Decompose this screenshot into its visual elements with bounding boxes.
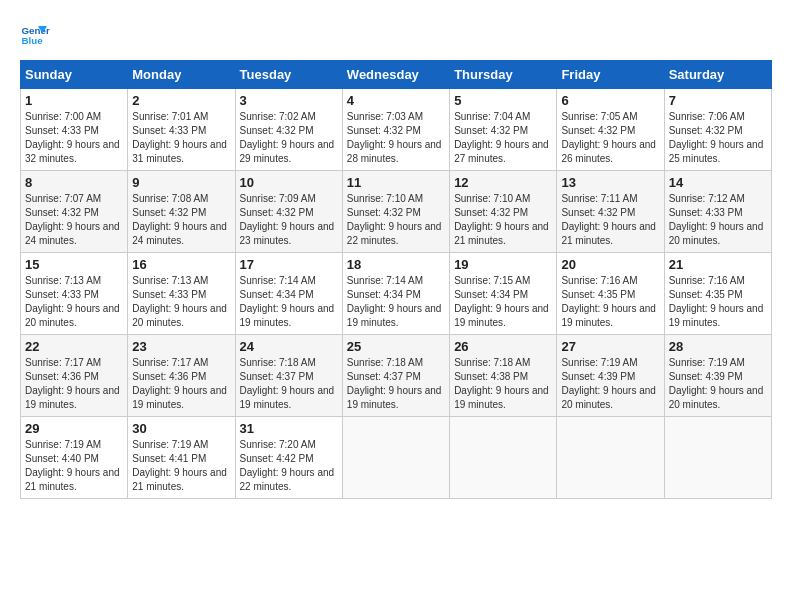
day-info: Sunrise: 7:19 AMSunset: 4:39 PMDaylight:…	[561, 356, 659, 412]
calendar-cell: 6Sunrise: 7:05 AMSunset: 4:32 PMDaylight…	[557, 89, 664, 171]
calendar-cell: 30Sunrise: 7:19 AMSunset: 4:41 PMDayligh…	[128, 417, 235, 499]
day-number: 2	[132, 93, 230, 108]
day-info: Sunrise: 7:07 AMSunset: 4:32 PMDaylight:…	[25, 192, 123, 248]
day-number: 12	[454, 175, 552, 190]
day-info: Sunrise: 7:18 AMSunset: 4:37 PMDaylight:…	[240, 356, 338, 412]
day-info: Sunrise: 7:10 AMSunset: 4:32 PMDaylight:…	[347, 192, 445, 248]
day-info: Sunrise: 7:19 AMSunset: 4:40 PMDaylight:…	[25, 438, 123, 494]
day-info: Sunrise: 7:09 AMSunset: 4:32 PMDaylight:…	[240, 192, 338, 248]
logo-icon: General Blue	[20, 20, 50, 50]
day-number: 21	[669, 257, 767, 272]
svg-text:Blue: Blue	[22, 35, 44, 46]
day-number: 24	[240, 339, 338, 354]
calendar-body: 1Sunrise: 7:00 AMSunset: 4:33 PMDaylight…	[21, 89, 772, 499]
calendar-cell: 4Sunrise: 7:03 AMSunset: 4:32 PMDaylight…	[342, 89, 449, 171]
calendar-cell: 9Sunrise: 7:08 AMSunset: 4:32 PMDaylight…	[128, 171, 235, 253]
day-info: Sunrise: 7:02 AMSunset: 4:32 PMDaylight:…	[240, 110, 338, 166]
day-info: Sunrise: 7:05 AMSunset: 4:32 PMDaylight:…	[561, 110, 659, 166]
day-info: Sunrise: 7:17 AMSunset: 4:36 PMDaylight:…	[132, 356, 230, 412]
day-number: 11	[347, 175, 445, 190]
day-number: 26	[454, 339, 552, 354]
logo: General Blue	[20, 20, 50, 50]
calendar-cell	[664, 417, 771, 499]
calendar-cell: 21Sunrise: 7:16 AMSunset: 4:35 PMDayligh…	[664, 253, 771, 335]
day-info: Sunrise: 7:03 AMSunset: 4:32 PMDaylight:…	[347, 110, 445, 166]
day-info: Sunrise: 7:15 AMSunset: 4:34 PMDaylight:…	[454, 274, 552, 330]
day-number: 4	[347, 93, 445, 108]
day-info: Sunrise: 7:04 AMSunset: 4:32 PMDaylight:…	[454, 110, 552, 166]
calendar-cell: 25Sunrise: 7:18 AMSunset: 4:37 PMDayligh…	[342, 335, 449, 417]
calendar-cell: 29Sunrise: 7:19 AMSunset: 4:40 PMDayligh…	[21, 417, 128, 499]
calendar-cell: 16Sunrise: 7:13 AMSunset: 4:33 PMDayligh…	[128, 253, 235, 335]
calendar-cell: 3Sunrise: 7:02 AMSunset: 4:32 PMDaylight…	[235, 89, 342, 171]
day-info: Sunrise: 7:13 AMSunset: 4:33 PMDaylight:…	[132, 274, 230, 330]
day-info: Sunrise: 7:19 AMSunset: 4:39 PMDaylight:…	[669, 356, 767, 412]
calendar-cell: 11Sunrise: 7:10 AMSunset: 4:32 PMDayligh…	[342, 171, 449, 253]
day-info: Sunrise: 7:12 AMSunset: 4:33 PMDaylight:…	[669, 192, 767, 248]
page-header: General Blue	[20, 20, 772, 50]
calendar-cell: 17Sunrise: 7:14 AMSunset: 4:34 PMDayligh…	[235, 253, 342, 335]
day-number: 17	[240, 257, 338, 272]
day-number: 29	[25, 421, 123, 436]
calendar-cell	[450, 417, 557, 499]
day-number: 18	[347, 257, 445, 272]
day-number: 9	[132, 175, 230, 190]
calendar-cell: 13Sunrise: 7:11 AMSunset: 4:32 PMDayligh…	[557, 171, 664, 253]
day-info: Sunrise: 7:08 AMSunset: 4:32 PMDaylight:…	[132, 192, 230, 248]
calendar-week-4: 22Sunrise: 7:17 AMSunset: 4:36 PMDayligh…	[21, 335, 772, 417]
day-number: 14	[669, 175, 767, 190]
day-info: Sunrise: 7:11 AMSunset: 4:32 PMDaylight:…	[561, 192, 659, 248]
weekday-wednesday: Wednesday	[342, 61, 449, 89]
day-info: Sunrise: 7:16 AMSunset: 4:35 PMDaylight:…	[561, 274, 659, 330]
day-info: Sunrise: 7:17 AMSunset: 4:36 PMDaylight:…	[25, 356, 123, 412]
day-info: Sunrise: 7:19 AMSunset: 4:41 PMDaylight:…	[132, 438, 230, 494]
day-info: Sunrise: 7:18 AMSunset: 4:38 PMDaylight:…	[454, 356, 552, 412]
day-number: 5	[454, 93, 552, 108]
calendar-cell: 23Sunrise: 7:17 AMSunset: 4:36 PMDayligh…	[128, 335, 235, 417]
day-number: 10	[240, 175, 338, 190]
calendar-cell	[557, 417, 664, 499]
day-number: 27	[561, 339, 659, 354]
day-info: Sunrise: 7:10 AMSunset: 4:32 PMDaylight:…	[454, 192, 552, 248]
calendar-cell: 27Sunrise: 7:19 AMSunset: 4:39 PMDayligh…	[557, 335, 664, 417]
calendar-cell: 28Sunrise: 7:19 AMSunset: 4:39 PMDayligh…	[664, 335, 771, 417]
calendar-week-2: 8Sunrise: 7:07 AMSunset: 4:32 PMDaylight…	[21, 171, 772, 253]
day-info: Sunrise: 7:20 AMSunset: 4:42 PMDaylight:…	[240, 438, 338, 494]
day-number: 13	[561, 175, 659, 190]
day-number: 20	[561, 257, 659, 272]
day-number: 1	[25, 93, 123, 108]
calendar-cell: 2Sunrise: 7:01 AMSunset: 4:33 PMDaylight…	[128, 89, 235, 171]
day-info: Sunrise: 7:14 AMSunset: 4:34 PMDaylight:…	[240, 274, 338, 330]
day-number: 28	[669, 339, 767, 354]
day-info: Sunrise: 7:01 AMSunset: 4:33 PMDaylight:…	[132, 110, 230, 166]
day-info: Sunrise: 7:13 AMSunset: 4:33 PMDaylight:…	[25, 274, 123, 330]
calendar-cell: 7Sunrise: 7:06 AMSunset: 4:32 PMDaylight…	[664, 89, 771, 171]
calendar-cell: 19Sunrise: 7:15 AMSunset: 4:34 PMDayligh…	[450, 253, 557, 335]
day-number: 31	[240, 421, 338, 436]
day-info: Sunrise: 7:14 AMSunset: 4:34 PMDaylight:…	[347, 274, 445, 330]
calendar-week-1: 1Sunrise: 7:00 AMSunset: 4:33 PMDaylight…	[21, 89, 772, 171]
calendar-cell: 5Sunrise: 7:04 AMSunset: 4:32 PMDaylight…	[450, 89, 557, 171]
calendar-week-3: 15Sunrise: 7:13 AMSunset: 4:33 PMDayligh…	[21, 253, 772, 335]
weekday-monday: Monday	[128, 61, 235, 89]
day-number: 22	[25, 339, 123, 354]
weekday-thursday: Thursday	[450, 61, 557, 89]
day-number: 19	[454, 257, 552, 272]
calendar-cell: 26Sunrise: 7:18 AMSunset: 4:38 PMDayligh…	[450, 335, 557, 417]
calendar-cell	[342, 417, 449, 499]
calendar-cell: 8Sunrise: 7:07 AMSunset: 4:32 PMDaylight…	[21, 171, 128, 253]
weekday-header-row: SundayMondayTuesdayWednesdayThursdayFrid…	[21, 61, 772, 89]
day-number: 3	[240, 93, 338, 108]
day-number: 30	[132, 421, 230, 436]
weekday-sunday: Sunday	[21, 61, 128, 89]
calendar-cell: 14Sunrise: 7:12 AMSunset: 4:33 PMDayligh…	[664, 171, 771, 253]
day-info: Sunrise: 7:16 AMSunset: 4:35 PMDaylight:…	[669, 274, 767, 330]
calendar-cell: 31Sunrise: 7:20 AMSunset: 4:42 PMDayligh…	[235, 417, 342, 499]
weekday-tuesday: Tuesday	[235, 61, 342, 89]
day-info: Sunrise: 7:18 AMSunset: 4:37 PMDaylight:…	[347, 356, 445, 412]
day-number: 6	[561, 93, 659, 108]
calendar-cell: 12Sunrise: 7:10 AMSunset: 4:32 PMDayligh…	[450, 171, 557, 253]
calendar-cell: 10Sunrise: 7:09 AMSunset: 4:32 PMDayligh…	[235, 171, 342, 253]
day-info: Sunrise: 7:06 AMSunset: 4:32 PMDaylight:…	[669, 110, 767, 166]
calendar-week-5: 29Sunrise: 7:19 AMSunset: 4:40 PMDayligh…	[21, 417, 772, 499]
